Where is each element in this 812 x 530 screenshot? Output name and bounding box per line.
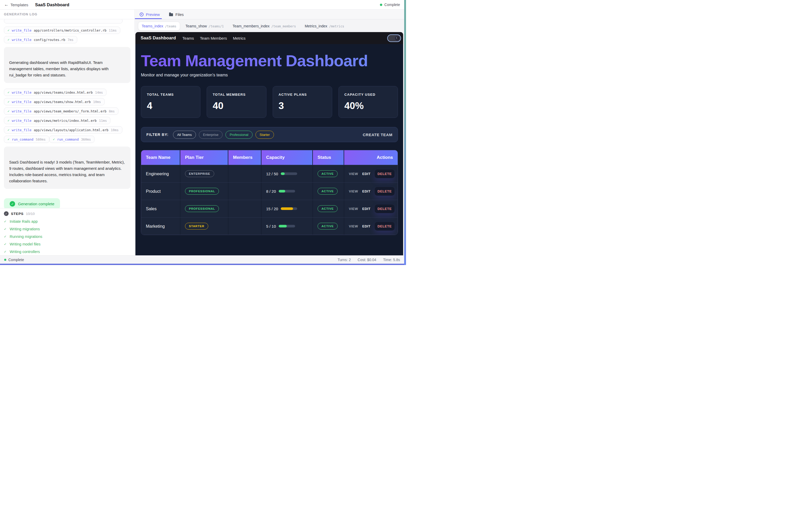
tab-preview[interactable]: Preview — [139, 10, 160, 19]
cell-team-name: Marketing — [141, 218, 180, 235]
column-header-status: Status — [313, 150, 344, 165]
check-icon: ✓ — [8, 137, 10, 141]
steps-count: 10/10 — [26, 212, 35, 216]
cell-plan-tier: PROFESSIONAL — [180, 200, 228, 217]
capacity-progress-fill — [279, 225, 287, 227]
window-edge-scrollbar[interactable] — [404, 0, 406, 265]
filter-pill-professional[interactable]: Professional — [226, 131, 252, 139]
step-item: ✓Writing migrations — [4, 227, 130, 231]
cell-status: ACTIVE — [313, 218, 344, 235]
filter-bar: FILTER BY: All TeamsEnterpriseProfession… — [141, 127, 398, 142]
log-command: write_file — [12, 109, 31, 113]
step-label: Initiate Rails app — [10, 219, 38, 223]
cell-status: ACTIVE — [313, 182, 344, 200]
cell-team-name: Sales — [141, 200, 180, 217]
generation-log-body[interactable]: ✓write_fileapp/controllers/metrics_contr… — [0, 19, 134, 208]
log-command: write_file — [12, 38, 31, 42]
statusbar-metrics: Turns: 2 Cost: $0.04 Time: 5.8s — [338, 258, 400, 262]
cell-plan-tier: STARTER — [180, 218, 228, 235]
nav-link-teams[interactable]: Teams — [183, 36, 194, 41]
cell-status: ACTIVE — [313, 165, 344, 182]
log-command: write_file — [12, 128, 31, 132]
nav-link-metrics[interactable]: Metrics — [233, 36, 246, 41]
check-icon: ✓ — [8, 90, 10, 94]
table-body: EngineeringENTERPRISE12 / 50ACTIVEVIEWED… — [141, 165, 398, 235]
create-team-button[interactable]: CREATE TEAM — [363, 132, 392, 137]
log-entry: ✓write_fileconfig/routes.rb7ms — [4, 36, 77, 43]
log-entry: ✓run_command360ms — [49, 136, 95, 143]
teams-table: Team NamePlan TierMembersCapacityStatusA… — [141, 150, 398, 235]
nav-link-team-members[interactable]: Team Members — [200, 36, 227, 41]
delete-button[interactable]: DELETE — [375, 205, 394, 213]
filter-by-label: FILTER BY: — [146, 132, 169, 137]
check-icon: ✓ — [4, 227, 6, 231]
stats-row: TOTAL TEAMS4TOTAL MEMBERS40ACTIVE PLANS3… — [141, 86, 398, 118]
statusbar-status: Complete — [8, 258, 24, 262]
view-button[interactable]: VIEW — [349, 189, 358, 193]
delete-button[interactable]: DELETE — [375, 222, 394, 231]
stat-value: 40% — [345, 100, 392, 112]
dashboard-navbar: SaaS Dashboard TeamsTeam MembersMetrics … — [135, 32, 403, 44]
log-file-path: app/controllers/metrics_controller.rb — [34, 28, 106, 32]
route-chip-teams_index[interactable]: Teams_index/teams — [138, 21, 180, 30]
filter-pill-enterprise[interactable]: Enterprise — [199, 131, 222, 139]
statusbar-turns: Turns: 2 — [338, 258, 351, 262]
check-icon: ✓ — [4, 250, 6, 253]
view-button[interactable]: VIEW — [349, 224, 358, 228]
cell-capacity: 15 / 20 — [261, 200, 313, 217]
generation-complete-badge: ✓ Generation complete — [4, 198, 60, 208]
cell-capacity: 12 / 50 — [261, 165, 313, 182]
log-entry: ✓run_command580ms — [4, 136, 49, 143]
route-chip-team_members_index[interactable]: Team_members_index/team_members — [229, 22, 299, 30]
log-message: SaaS Dashboard is ready! 3 models (Team,… — [4, 147, 130, 189]
route-path: /teams/1 — [209, 25, 224, 28]
delete-button[interactable]: DELETE — [375, 187, 394, 196]
plan-badge: PROFESSIONAL — [185, 188, 219, 195]
app-window: ← Templates SaaS Dashboard Complete GENE… — [0, 0, 406, 265]
edit-button[interactable]: EDIT — [362, 189, 371, 193]
log-file-path: app/views/layouts/application.html.erb — [34, 128, 108, 132]
log-duration: 8ms — [109, 109, 115, 113]
steps-check-icon: ✓ — [4, 211, 9, 216]
cell-capacity: 5 / 10 — [261, 218, 313, 235]
dashboard-nav-links: TeamsTeam MembersMetrics — [183, 36, 246, 41]
team-name: Engineering — [146, 171, 169, 176]
cell-plan-tier: ENTERPRISE — [180, 165, 228, 182]
edit-button[interactable]: EDIT — [362, 207, 371, 211]
view-button[interactable]: VIEW — [349, 172, 358, 176]
header-status-label: Complete — [385, 3, 400, 7]
log-entry-partial — [4, 19, 122, 24]
preview-viewport: SaaS Dashboard TeamsTeam MembersMetrics … — [135, 32, 403, 255]
back-to-templates-button[interactable]: ← Templates — [4, 2, 28, 7]
log-file-path: app/views/metrics/index.html.erb — [34, 119, 97, 122]
status-badge: ACTIVE — [318, 205, 338, 212]
log-file-path: app/views/teams/show.html.erb — [34, 100, 91, 104]
cell-actions: VIEWEDITDELETE — [344, 218, 398, 235]
header-status: Complete — [380, 3, 400, 7]
edit-button[interactable]: EDIT — [362, 172, 371, 176]
dark-mode-toggle[interactable]: ☾ — [387, 34, 401, 42]
check-circle-icon: ✓ — [10, 201, 15, 207]
table-row: MarketingSTARTER5 / 10ACTIVEVIEWEDITDELE… — [141, 217, 398, 235]
cell-members — [228, 218, 261, 235]
route-path: /team_members — [271, 25, 296, 28]
route-path: /teams — [165, 25, 176, 28]
generation-log-panel: GENERATION LOG ✓write_fileapp/controller… — [0, 10, 135, 255]
capacity-progress-fill — [281, 207, 293, 210]
log-command: write_file — [12, 28, 31, 32]
check-icon: ✓ — [53, 137, 55, 141]
view-button[interactable]: VIEW — [349, 207, 358, 211]
route-chip-teams_show[interactable]: Teams_show/teams/1 — [182, 22, 227, 30]
filter-pill-all-teams[interactable]: All Teams — [173, 131, 196, 139]
edit-button[interactable]: EDIT — [362, 224, 371, 228]
tab-files[interactable]: Files — [169, 10, 184, 19]
step-item: ✓Running migrations — [4, 235, 130, 239]
route-chip-metrics_index[interactable]: Metrics_index/metrics — [301, 22, 348, 30]
eye-icon — [140, 13, 144, 16]
moon-icon: ☾ — [394, 35, 400, 41]
cell-team-name: Engineering — [141, 165, 180, 182]
capacity-progressbar — [281, 173, 297, 175]
status-badge: ACTIVE — [318, 170, 338, 177]
delete-button[interactable]: DELETE — [375, 170, 394, 178]
filter-pill-starter[interactable]: Starter — [256, 131, 274, 139]
